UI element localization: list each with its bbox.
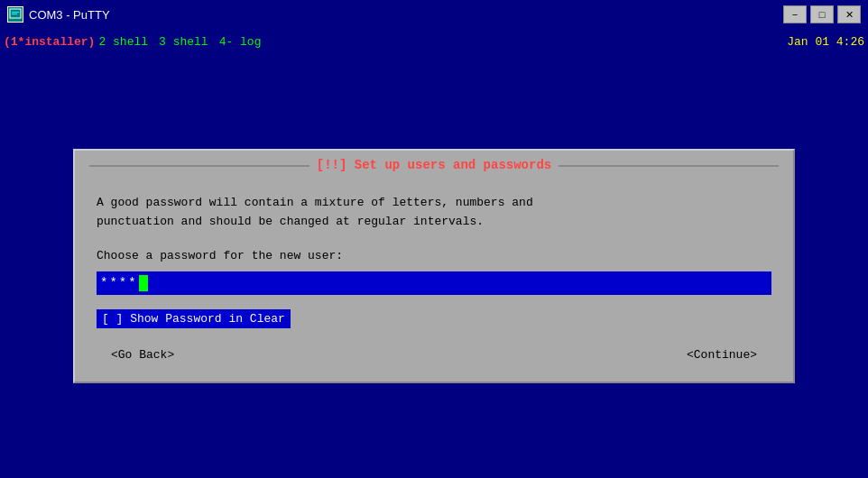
password-input[interactable]: ****	[97, 271, 771, 295]
continue-button[interactable]: <Continue>	[679, 346, 764, 363]
dialog-title: [!!] Set up users and passwords	[309, 158, 559, 172]
password-cursor	[139, 275, 148, 291]
password-stars: ****	[100, 276, 138, 290]
dialog-body: A good password will contain a mixture o…	[75, 179, 793, 382]
password-prompt: Choose a password for the new user:	[97, 249, 771, 262]
titlebar: COM3 - PuTTY − □ ✕	[0, 0, 868, 29]
tab-shell3[interactable]: 3 shell	[159, 35, 208, 49]
window-title: COM3 - PuTTY	[29, 8, 110, 22]
putty-window: COM3 - PuTTY − □ ✕ (1*installer) 2 shell…	[0, 0, 868, 478]
tabbar-content: (1*installer) 2 shell 3 shell 4- log Jan…	[4, 35, 864, 49]
tabbar: (1*installer) 2 shell 3 shell 4- log Jan…	[0, 29, 868, 54]
maximize-button[interactable]: □	[810, 5, 834, 23]
checkbox-label[interactable]: [ ] Show Password in Clear	[97, 309, 291, 328]
dialog-description: A good password will contain a mixture o…	[97, 194, 771, 232]
tab-list: (1*installer) 2 shell 3 shell 4- log	[4, 35, 261, 49]
svg-rect-2	[12, 14, 17, 14]
dialog-buttons: <Go Back> <Continue>	[97, 346, 771, 363]
show-password-checkbox[interactable]: [ ] Show Password in Clear	[97, 309, 771, 346]
dialog-titlebar: [!!] Set up users and passwords	[75, 151, 793, 179]
close-button[interactable]: ✕	[837, 5, 861, 23]
titlebar-buttons: − □ ✕	[783, 5, 861, 23]
titlebar-left: COM3 - PuTTY	[7, 6, 110, 23]
tab-log[interactable]: 4- log	[219, 35, 262, 49]
tab-shell2[interactable]: 2 shell	[98, 35, 148, 49]
go-back-button[interactable]: <Go Back>	[104, 346, 181, 363]
datetime: Jan 01 4:26	[787, 35, 864, 49]
putty-icon	[7, 6, 23, 23]
svg-rect-1	[12, 12, 19, 13]
dialog-box: [!!] Set up users and passwords A good p…	[73, 149, 795, 384]
terminal-area: [!!] Set up users and passwords A good p…	[0, 54, 868, 478]
minimize-button[interactable]: −	[783, 5, 807, 23]
tab-installer[interactable]: (1*installer)	[4, 35, 95, 49]
